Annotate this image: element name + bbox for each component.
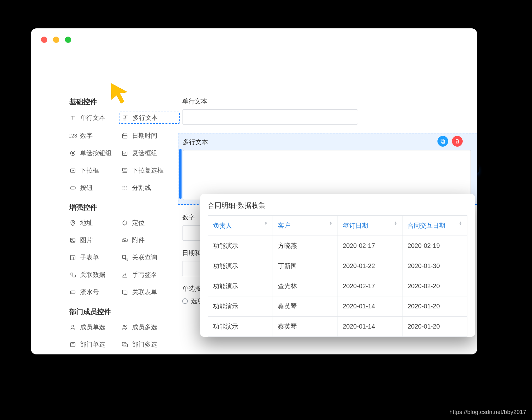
widget-divider[interactable]: 分割线 — [121, 184, 176, 192]
cell-owner: 功能演示 — [208, 276, 273, 296]
widget-label: 手写签名 — [132, 271, 157, 279]
widget-label: 部门单选 — [80, 340, 105, 349]
widget-checkbox-group[interactable]: 复选框组 — [121, 149, 176, 157]
multiselect-icon — [121, 167, 128, 174]
widget-number[interactable]: 123数字 — [69, 131, 121, 140]
widget-dept-multi[interactable]: 部门多选 — [121, 340, 176, 349]
table-row[interactable]: 功能演示方晓燕2020-02-172020-02-19 — [208, 236, 467, 256]
col-exchange-date[interactable]: 合同交互日期 — [402, 216, 467, 236]
widget-link-data[interactable]: 关联数据 — [69, 271, 121, 279]
widget-radio-group[interactable]: 单选按钮组 — [69, 149, 121, 157]
drag-cursor-icon — [108, 81, 132, 105]
widget-dept-single[interactable]: 部门单选 — [69, 340, 121, 349]
sort-icon[interactable] — [459, 221, 462, 225]
svg-rect-15 — [73, 275, 75, 277]
table-row[interactable]: 功能演示查光林2020-02-172020-02-20 — [208, 276, 467, 296]
widget-subform[interactable]: 子表单 — [69, 253, 121, 262]
svg-point-18 — [72, 325, 74, 327]
table-row[interactable]: 功能演示蔡英琴2020-01-142020-01-20 — [208, 317, 467, 337]
widget-label: 流水号 — [80, 288, 99, 296]
cell-customer: 丁新国 — [273, 256, 338, 276]
widget-location[interactable]: 定位 — [121, 219, 176, 227]
col-label: 客户 — [278, 222, 291, 229]
svg-rect-25 — [441, 139, 444, 142]
deptmulti-icon — [121, 341, 128, 348]
svg-rect-17 — [123, 290, 126, 294]
field-label: 单行文本 — [182, 97, 477, 106]
close-dot[interactable] — [41, 37, 47, 43]
widget-link-form[interactable]: 关联表单 — [121, 288, 176, 296]
col-owner[interactable]: 负责人 — [208, 216, 273, 236]
target-icon — [121, 219, 128, 226]
col-sign-date[interactable]: 签订日期 — [338, 216, 402, 236]
widget-lookup[interactable]: 关联查询 — [121, 253, 176, 262]
widget-image[interactable]: 图片 — [69, 236, 121, 244]
sort-icon[interactable] — [394, 221, 397, 225]
select-icon — [69, 167, 76, 174]
svg-rect-24 — [442, 140, 445, 143]
svg-rect-11 — [71, 255, 75, 260]
copy-field-button[interactable] — [437, 136, 448, 147]
col-customer[interactable]: 客户 — [273, 216, 338, 236]
cell-customer: 蔡英琴 — [273, 317, 338, 337]
image-icon — [69, 237, 76, 244]
col-label: 合同交互日期 — [408, 222, 445, 229]
cell-owner: 功能演示 — [208, 317, 273, 337]
sort-icon[interactable] — [264, 221, 268, 225]
signature-icon — [121, 271, 128, 278]
widget-label: 定位 — [132, 219, 145, 227]
users-icon — [121, 324, 128, 331]
svg-rect-4 — [71, 169, 75, 172]
widget-single-line[interactable]: 单行文本 — [69, 113, 121, 123]
widget-multi-line[interactable]: 多行文本 — [119, 112, 180, 124]
sort-icon[interactable] — [329, 221, 332, 225]
field-label: 多行文本 — [183, 138, 473, 146]
text-icon — [69, 114, 76, 121]
table-row[interactable]: 功能演示蔡英琴2020-01-142020-01-20 — [208, 296, 467, 317]
zoom-dot[interactable] — [65, 37, 71, 43]
widget-label: 多行文本 — [133, 114, 158, 122]
widget-label: 单行文本 — [80, 114, 105, 122]
minimize-dot[interactable] — [53, 37, 59, 43]
widget-signature[interactable]: 手写签名 — [121, 271, 176, 279]
table-row[interactable]: 功能演示丁新国2020-01-222020-01-30 — [208, 256, 467, 276]
widget-serial[interactable]: 流水号 — [69, 288, 121, 296]
widget-palette: 基础控件 单行文本 多行文本 123数字 日期时间 单选按钮组 复选框组 下拉框… — [69, 97, 176, 349]
cell-sign_date: 2020-01-14 — [338, 317, 402, 337]
widget-label: 子表单 — [80, 253, 99, 262]
widget-label: 成员单选 — [80, 323, 105, 331]
svg-rect-23 — [124, 344, 127, 347]
pin-icon — [69, 219, 76, 226]
col-label: 签订日期 — [343, 222, 368, 229]
radio-circle-icon — [182, 298, 188, 304]
widget-label: 下拉复选框 — [132, 166, 164, 175]
cell-exchange_date: 2020-02-19 — [402, 236, 467, 256]
widget-datetime[interactable]: 日期时间 — [121, 131, 176, 140]
data-popover: 合同明细-数据收集 负责人 客户 签订日期 合同交互日期 功能演示方晓燕2020… — [200, 194, 475, 337]
widget-label: 关联表单 — [132, 288, 157, 296]
checkbox-icon — [121, 150, 128, 157]
text-input[interactable] — [182, 109, 358, 125]
textarea-input[interactable] — [183, 150, 471, 200]
divider-icon — [121, 184, 128, 191]
widget-select[interactable]: 下拉框 — [69, 166, 121, 175]
widget-label: 成员多选 — [132, 323, 157, 331]
widget-label: 单选按钮组 — [80, 149, 112, 157]
widget-attachment[interactable]: 附件 — [121, 236, 176, 244]
delete-field-button[interactable] — [452, 136, 463, 147]
widget-label: 图片 — [80, 236, 93, 244]
widget-member-single[interactable]: 成员单选 — [69, 323, 121, 331]
multitext-icon — [122, 114, 129, 121]
subform-icon — [69, 254, 76, 261]
widget-multi-select[interactable]: 下拉复选框 — [121, 166, 176, 175]
cell-sign_date: 2020-01-14 — [338, 296, 402, 317]
widget-button[interactable]: 按钮 — [69, 184, 121, 192]
data-table: 负责人 客户 签订日期 合同交互日期 功能演示方晓燕2020-02-172020… — [208, 215, 467, 337]
widget-address[interactable]: 地址 — [69, 219, 121, 227]
widget-member-multi[interactable]: 成员多选 — [121, 323, 176, 331]
cell-sign_date: 2020-02-17 — [338, 276, 402, 296]
lookup-icon — [121, 254, 128, 261]
linkform-icon — [121, 289, 128, 296]
field-single-line[interactable]: 单行文本 — [182, 97, 477, 125]
button-icon — [69, 184, 76, 191]
